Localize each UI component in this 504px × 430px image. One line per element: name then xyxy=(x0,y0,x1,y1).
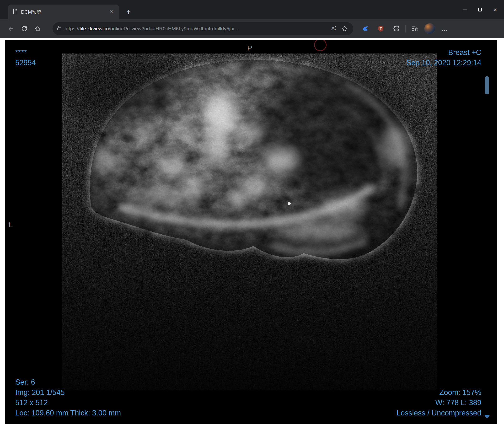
settings-more-button[interactable]: … xyxy=(439,23,450,35)
shield-extension-icon xyxy=(378,25,384,32)
extensions-puzzle-icon xyxy=(393,25,399,32)
patient-name: **** xyxy=(15,47,36,58)
navigation-bar: https://file.kkview.cn/onlinePreview?url… xyxy=(0,19,504,38)
address-bar[interactable]: https://file.kkview.cn/onlinePreview?url… xyxy=(53,22,353,35)
close-window-button[interactable]: × xyxy=(487,2,503,18)
url-path: /onlinePreview?url=aHR0cHM6Ly9maWxlLmtrd… xyxy=(109,26,239,31)
slice-location: Loc: 109.60 mm Thick: 3.00 mm xyxy=(15,408,121,418)
toolbar-divider xyxy=(405,25,405,33)
back-icon xyxy=(8,25,14,32)
image-number: Img: 201 1/545 xyxy=(15,387,121,397)
scroll-down-arrow-icon[interactable] xyxy=(484,415,490,419)
compression-info: Lossless / Uncompressed xyxy=(396,408,481,418)
read-aloud-button[interactable]: A xyxy=(329,23,339,34)
series-number: Ser: 6 xyxy=(15,377,121,387)
blue-extension-icon xyxy=(362,25,369,32)
back-button[interactable] xyxy=(4,22,18,35)
favorites-hub-icon xyxy=(411,26,418,32)
url-scheme: https:// xyxy=(64,26,80,31)
page-content: **** 52954 Breast +C Sep 10, 2020 12:29:… xyxy=(0,38,504,430)
dicom-viewer[interactable]: **** 52954 Breast +C Sep 10, 2020 12:29:… xyxy=(5,40,497,424)
image-matrix: 512 x 512 xyxy=(15,397,121,408)
patient-info: **** 52954 xyxy=(15,47,36,68)
extensions-button[interactable] xyxy=(390,23,402,35)
study-info: Breast +C Sep 10, 2020 12:29:14 xyxy=(406,47,481,68)
home-icon xyxy=(34,25,41,32)
tab-close-icon[interactable]: × xyxy=(108,8,116,16)
read-aloud-icon: A xyxy=(331,26,335,32)
tab-title: DCM预览 xyxy=(21,9,108,15)
window-controls: × xyxy=(458,0,503,19)
add-favorite-button[interactable] xyxy=(339,23,350,34)
study-datetime: Sep 10, 2020 12:29:14 xyxy=(406,58,481,68)
tab-strip: DCM预览 × + × xyxy=(0,0,504,19)
window-level: W: 778 L: 389 xyxy=(396,397,481,408)
maximize-button[interactable] xyxy=(472,2,487,18)
shield-extension-button[interactable] xyxy=(375,23,387,35)
orientation-posterior-marker: P xyxy=(247,44,252,52)
lock-icon[interactable] xyxy=(57,25,62,32)
blue-extension-button[interactable] xyxy=(360,23,371,35)
series-info: Ser: 6 Img: 201 1/545 512 x 512 Loc: 109… xyxy=(15,377,121,418)
home-button[interactable] xyxy=(31,22,45,35)
browser-window: DCM预览 × + × xyxy=(0,0,504,430)
maximize-icon xyxy=(478,8,482,11)
url-text: https://file.kkview.cn/onlinePreview?url… xyxy=(64,26,329,32)
mri-image xyxy=(62,54,437,390)
minimize-icon xyxy=(463,9,467,10)
refresh-button[interactable] xyxy=(18,22,31,35)
browser-tab[interactable]: DCM预览 × xyxy=(8,5,119,19)
scrollbar-thumb[interactable] xyxy=(485,76,489,94)
patient-id: 52954 xyxy=(15,58,36,68)
favorite-star-icon xyxy=(342,26,348,32)
zoom-level: Zoom: 157% xyxy=(396,387,481,397)
document-icon xyxy=(13,9,18,15)
annotation-circle xyxy=(314,40,326,51)
favorites-hub-button[interactable] xyxy=(409,23,421,35)
refresh-icon xyxy=(21,25,28,32)
url-host: file.kkview.cn xyxy=(80,26,109,31)
display-info: Zoom: 157% W: 778 L: 389 Lossless / Unco… xyxy=(396,387,481,418)
profile-avatar[interactable] xyxy=(424,23,435,34)
toolbar-icons: … xyxy=(360,23,450,35)
minimize-button[interactable] xyxy=(458,2,472,18)
new-tab-button[interactable]: + xyxy=(124,7,133,17)
study-description: Breast +C xyxy=(406,47,481,58)
orientation-left-marker: L xyxy=(9,221,13,229)
